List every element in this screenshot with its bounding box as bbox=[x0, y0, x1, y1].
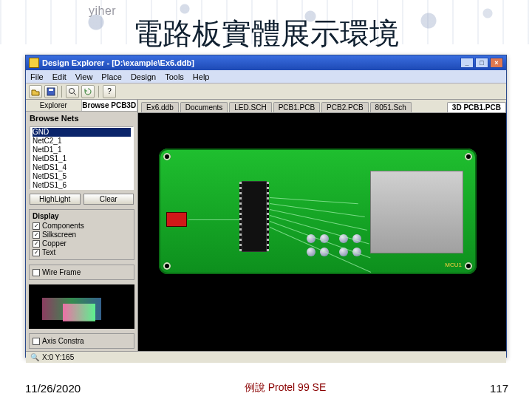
capacitor bbox=[307, 248, 316, 256]
list-item[interactable]: NetDS1_4 bbox=[33, 163, 131, 172]
wireframe-group: Wire Frame bbox=[29, 265, 134, 280]
menu-place[interactable]: Place bbox=[97, 72, 126, 81]
menu-edit[interactable]: Edit bbox=[48, 72, 71, 81]
pcb-board: MCU1 bbox=[159, 149, 477, 274]
footer-date: 11/26/2020 bbox=[25, 382, 81, 395]
check-label: Copper bbox=[42, 239, 66, 248]
pcb-label: MCU1 bbox=[445, 262, 462, 268]
toolbar-zoom-icon[interactable] bbox=[66, 85, 79, 98]
dip-ic bbox=[242, 181, 267, 252]
menu-help[interactable]: Help bbox=[188, 72, 214, 81]
list-item[interactable]: NetDS1_6 bbox=[33, 181, 131, 190]
document-area: Ex6.ddb Documents LED.SCH PCB1.PCB PCB2.… bbox=[138, 100, 506, 351]
check-label: Components bbox=[42, 222, 84, 230]
close-button[interactable]: × bbox=[490, 58, 503, 68]
titlebar[interactable]: Design Explorer - [D:\example\Ex6.ddb] _… bbox=[26, 55, 506, 70]
doc-tab-ex6ddb[interactable]: Ex6.ddb bbox=[141, 102, 179, 112]
minimize-button[interactable]: _ bbox=[460, 58, 474, 68]
toolbar-save-icon[interactable] bbox=[44, 85, 58, 98]
list-item[interactable]: GND bbox=[33, 128, 131, 137]
statusbar: 🔍 X:0 Y:165 bbox=[26, 351, 506, 363]
doc-tab-3dpcb1[interactable]: 3D PCB1.PCB bbox=[447, 102, 506, 112]
menu-design[interactable]: Design bbox=[126, 72, 160, 81]
status-coords: X:0 Y:165 bbox=[42, 353, 74, 361]
check-label: Axis Constra bbox=[42, 337, 84, 345]
browse-nets-title: Browse Nets bbox=[26, 112, 137, 125]
list-item[interactable]: NetD1_1 bbox=[33, 146, 131, 154]
list-item[interactable]: NetDS1_5 bbox=[33, 172, 131, 181]
mount-hole bbox=[465, 262, 472, 270]
mount-hole bbox=[163, 153, 171, 160]
list-item[interactable]: NetDS1_1 bbox=[33, 154, 131, 163]
display-group: Display ✓Components ✓Silkscreen ✓Copper … bbox=[29, 209, 134, 260]
svg-rect-1 bbox=[49, 89, 53, 91]
menubar: File Edit View Place Design Tools Help bbox=[26, 70, 506, 83]
tab-browse-pcb3d[interactable]: Browse PCB3D bbox=[82, 100, 138, 111]
check-axis-constrain[interactable]: Axis Constra bbox=[33, 337, 131, 345]
doc-tab-documents[interactable]: Documents bbox=[180, 102, 228, 112]
svg-line-3 bbox=[74, 93, 76, 95]
toolbar-open-icon[interactable] bbox=[29, 85, 42, 98]
check-components[interactable]: ✓Components bbox=[33, 222, 131, 230]
zoom-icon[interactable]: 🔍 bbox=[30, 353, 39, 361]
app-icon bbox=[29, 58, 39, 68]
toolbar-separator bbox=[98, 86, 99, 98]
document-tabs: Ex6.ddb Documents LED.SCH PCB1.PCB PCB2.… bbox=[138, 100, 506, 113]
menu-tools[interactable]: Tools bbox=[160, 72, 188, 81]
window-title: Design Explorer - [D:\example\Ex6.ddb] bbox=[42, 58, 194, 67]
check-copper[interactable]: ✓Copper bbox=[33, 239, 131, 248]
tab-explorer[interactable]: Explorer bbox=[26, 100, 82, 111]
check-wireframe[interactable]: Wire Frame bbox=[33, 268, 131, 276]
left-panel: Explorer Browse PCB3D Browse Nets GND Ne… bbox=[26, 100, 138, 351]
mount-hole bbox=[465, 153, 472, 160]
check-label: Wire Frame bbox=[42, 268, 81, 276]
toolbar-help-icon[interactable]: ? bbox=[103, 85, 116, 98]
doc-tab-pcb1[interactable]: PCB1.PCB bbox=[273, 102, 320, 112]
check-text[interactable]: ✓Text bbox=[33, 248, 131, 256]
pcb-3d-canvas[interactable]: MCU1 bbox=[138, 113, 506, 351]
clear-button[interactable]: Clear bbox=[83, 194, 134, 205]
footer-page-number: 117 bbox=[490, 382, 508, 395]
maximize-button[interactable]: □ bbox=[475, 58, 488, 68]
doc-tab-8051sch[interactable]: 8051.Sch bbox=[370, 102, 412, 112]
svg-point-2 bbox=[69, 88, 75, 93]
left-tabs: Explorer Browse PCB3D bbox=[26, 100, 137, 112]
doc-tab-pcb2[interactable]: PCB2.PCB bbox=[321, 102, 368, 112]
check-label: Text bbox=[42, 248, 55, 256]
toolbar: ? bbox=[26, 83, 506, 100]
pcb-preview[interactable] bbox=[29, 284, 134, 329]
page-title: 電路板實體展示環境 bbox=[0, 13, 532, 54]
menu-view[interactable]: View bbox=[71, 72, 98, 81]
check-label: Silkscreen bbox=[42, 231, 76, 239]
mount-hole bbox=[163, 262, 171, 270]
connector-red bbox=[166, 212, 187, 227]
toolbar-refresh-icon[interactable] bbox=[81, 85, 95, 98]
footer-center: 例說 Protel 99 SE bbox=[81, 381, 490, 395]
module-gray bbox=[370, 171, 463, 253]
highlight-button[interactable]: HighLight bbox=[30, 194, 81, 205]
toolbar-separator bbox=[61, 86, 62, 98]
slide-footer: 11/26/2020 例說 Protel 99 SE 117 bbox=[0, 381, 532, 395]
axis-group: Axis Constra bbox=[29, 333, 134, 349]
check-silkscreen[interactable]: ✓Silkscreen bbox=[33, 231, 131, 239]
app-window: Design Explorer - [D:\example\Ex6.ddb] _… bbox=[25, 55, 507, 358]
list-item[interactable]: NetC2_1 bbox=[33, 137, 131, 146]
display-group-title: Display bbox=[33, 212, 131, 220]
net-list[interactable]: GND NetC2_1 NetD1_1 NetDS1_1 NetDS1_4 Ne… bbox=[30, 126, 134, 190]
doc-tab-ledsch[interactable]: LED.SCH bbox=[229, 102, 271, 112]
menu-file[interactable]: File bbox=[26, 72, 48, 81]
